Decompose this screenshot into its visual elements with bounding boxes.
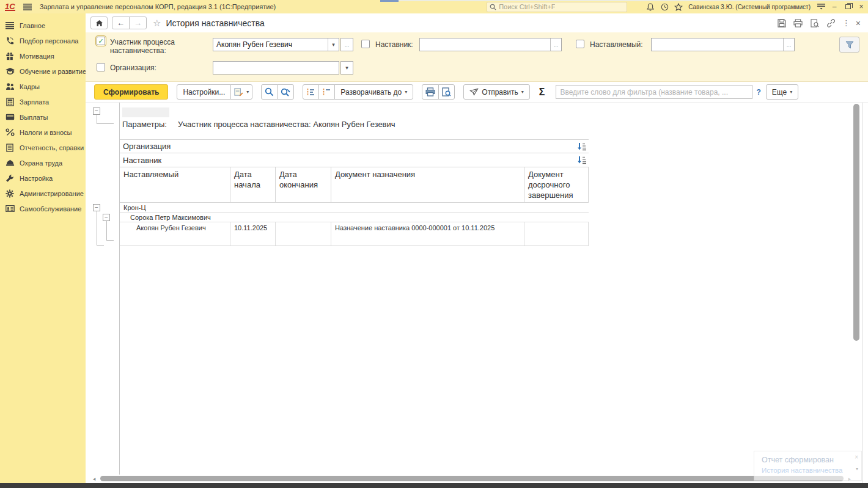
cell-doc-assign[interactable]: Назначение наставника 0000-000001 от 10.… — [331, 222, 524, 246]
tree-toggle-mentor[interactable]: − — [103, 214, 110, 221]
mentee-choose-button[interactable]: ... — [783, 38, 794, 51]
sort-descending-icon[interactable] — [577, 142, 586, 151]
organization-dropdown-button[interactable]: ▾ — [340, 61, 353, 75]
participant-input[interactable] — [213, 38, 328, 51]
sidebar-item-administration[interactable]: Администрирование — [0, 186, 86, 201]
close-form-icon[interactable]: × — [856, 18, 861, 28]
filter-settings-button[interactable] — [839, 37, 859, 53]
send-icon — [469, 88, 479, 96]
favorite-star-icon[interactable]: ☆ — [153, 18, 161, 29]
cell-date-start[interactable]: 10.11.2025 — [230, 222, 275, 246]
sidebar-item-motivation[interactable]: Мотивация — [0, 48, 86, 64]
vertical-scrollbar[interactable] — [853, 104, 859, 470]
report-settings-button[interactable]: Настройки... — [177, 84, 231, 100]
print-icon[interactable] — [793, 18, 804, 29]
sidebar-item-salary[interactable]: Зарплата — [0, 94, 86, 109]
forward-button[interactable]: → — [129, 16, 147, 29]
mentee-checkbox[interactable] — [576, 40, 584, 48]
sidebar-item-settings[interactable]: Настройка — [0, 170, 86, 186]
group-row-mentor[interactable]: Сорока Петр Максимович — [120, 213, 589, 222]
table-header-mentee[interactable]: Наставляемый — [120, 167, 230, 203]
tree-toggle-org[interactable]: − — [93, 204, 100, 211]
send-button[interactable]: Отправить ▾ — [463, 84, 530, 100]
sidebar-item-recruiting[interactable]: Подбор персонала — [0, 33, 86, 48]
table-header-doc-early-end[interactable]: Документ досрочного завершения — [524, 167, 589, 203]
current-user[interactable]: Савинская З.Ю. (Системный программист) — [688, 4, 811, 10]
sidebar-item-self-service[interactable]: Самообслуживание — [0, 201, 86, 216]
organization-field[interactable] — [213, 61, 339, 75]
notification-toast[interactable]: Отчет сформирован История наставничества… — [754, 451, 862, 481]
toast-dropdown-icon[interactable]: ▾ — [856, 466, 858, 472]
report-data-row[interactable]: Акопян Рубен Гезевич 10.11.2025 Назначен… — [120, 222, 589, 246]
organization-input[interactable] — [213, 62, 339, 74]
participant-choose-button[interactable]: ... — [340, 38, 353, 51]
more-actions-icon[interactable]: ⋮ — [842, 18, 850, 27]
history-clock-icon[interactable] — [658, 1, 671, 12]
tree-toggle-top[interactable]: − — [93, 107, 100, 115]
sidebar-item-training[interactable]: Обучение и развитие — [0, 64, 86, 79]
service-menu-icon[interactable] — [814, 1, 828, 12]
main-menu-icon[interactable] — [21, 1, 34, 12]
sidebar-item-hr[interactable]: Кадры — [0, 79, 86, 94]
band-mentor[interactable]: Наставник — [120, 153, 589, 167]
mentor-input[interactable] — [420, 38, 550, 51]
form-header: ← → ☆ История наставничества ⋮ × — [86, 13, 868, 32]
horizontal-scrollbar[interactable]: ◂ ▸ — [90, 475, 853, 482]
mentor-checkbox[interactable] — [361, 40, 370, 48]
sidebar-item-label: Самообслуживание — [20, 205, 81, 213]
close-window-button[interactable]: × — [855, 1, 868, 12]
table-header-date-start[interactable]: Дата начала — [230, 167, 275, 203]
save-icon[interactable] — [776, 18, 787, 29]
back-button[interactable]: ← — [112, 16, 130, 29]
organization-checkbox[interactable] — [97, 63, 105, 71]
search-in-report-button[interactable] — [261, 84, 278, 100]
collapse-groups-button[interactable] — [303, 84, 319, 100]
sidebar-item-labor-safety[interactable]: Охрана труда — [0, 155, 86, 170]
participant-field[interactable]: ▾ — [213, 38, 339, 51]
print-preview-button[interactable] — [438, 84, 455, 100]
link-icon[interactable] — [826, 18, 837, 29]
participant-dropdown-button[interactable]: ▾ — [328, 38, 339, 51]
cell-mentee[interactable]: Акопян Рубен Гезевич — [120, 222, 230, 246]
helmet-icon — [5, 158, 15, 168]
mentor-choose-button[interactable]: ... — [550, 38, 561, 51]
print-preview-icon[interactable] — [809, 18, 820, 29]
search-next-button[interactable] — [277, 84, 294, 100]
sort-descending-icon[interactable] — [577, 156, 586, 164]
toast-link[interactable]: История наставничества — [762, 467, 855, 474]
cell-doc-early-end[interactable] — [524, 222, 589, 246]
toast-close-icon[interactable]: × — [855, 454, 858, 461]
vertical-scrollbar-thumb[interactable] — [853, 104, 859, 341]
mentee-input[interactable] — [652, 38, 783, 51]
band-organization[interactable]: Организация — [120, 139, 589, 153]
horizontal-scrollbar-thumb[interactable] — [100, 476, 844, 481]
mentee-field[interactable]: ... — [651, 38, 795, 51]
sidebar-item-reporting[interactable]: Отчетность, справки — [0, 140, 86, 155]
help-icon[interactable]: ? — [756, 88, 760, 97]
expand-to-dropdown[interactable]: Разворачивать до ▾ — [334, 84, 413, 100]
home-button[interactable] — [90, 16, 108, 29]
print-button[interactable] — [422, 84, 439, 100]
mentor-field[interactable]: ... — [419, 38, 562, 51]
sum-button[interactable]: Σ — [534, 84, 551, 100]
table-header-doc-assign[interactable]: Документ назначения — [331, 167, 524, 203]
participant-checkbox[interactable]: ✓ — [97, 37, 105, 45]
sidebar-item-taxes[interactable]: Налоги и взносы — [0, 125, 86, 140]
scroll-left-arrow[interactable]: ◂ — [90, 476, 98, 482]
favorites-star-icon[interactable] — [672, 1, 685, 12]
generate-report-button[interactable]: Сформировать — [94, 84, 168, 100]
global-search-input[interactable]: Поиск Ctrl+Shift+F — [487, 2, 627, 12]
restore-button[interactable] — [841, 1, 855, 12]
table-header-date-end[interactable]: Дата окончания — [275, 167, 331, 203]
notifications-bell-icon[interactable] — [644, 1, 657, 12]
expand-groups-button[interactable] — [318, 84, 335, 100]
quick-filter-input[interactable] — [556, 85, 752, 99]
caret-down-icon: ▾ — [246, 89, 249, 95]
sidebar-item-main[interactable]: Главное — [0, 18, 86, 33]
cell-date-end[interactable] — [275, 222, 331, 246]
minimize-button[interactable]: – — [828, 1, 841, 12]
report-variants-button[interactable]: ▾ — [230, 84, 252, 100]
sidebar-item-payments[interactable]: Выплаты — [0, 109, 86, 125]
more-button[interactable]: Еще ▾ — [766, 84, 798, 100]
group-row-organization[interactable]: Крон-Ц — [120, 203, 589, 213]
